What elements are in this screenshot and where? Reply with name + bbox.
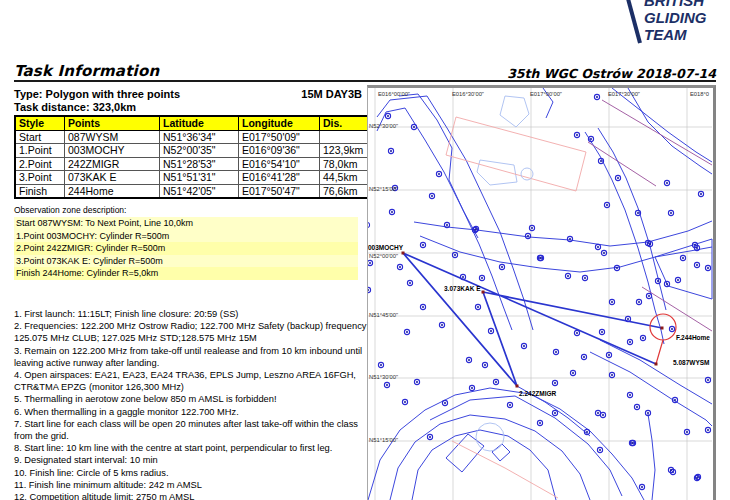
table-cell: 78,0km xyxy=(320,157,373,171)
waypoint-dot-core xyxy=(631,442,633,444)
waypoint-dot-core xyxy=(484,364,486,366)
waypoint-dot-core xyxy=(390,150,392,152)
note-line: 6. When thermalling in a gaggle monitor … xyxy=(14,406,372,418)
table-cell: 2.Point xyxy=(15,157,65,171)
waypoint-dot-core xyxy=(666,283,668,285)
col-header-latitude: Latitude xyxy=(160,116,239,130)
waypoint-dot-core xyxy=(554,412,556,414)
waypoint-dot-core xyxy=(597,246,599,248)
observation-title: Observation zone description: xyxy=(14,205,358,215)
waypoint-dot-core xyxy=(602,414,604,416)
observation-zone-line: 2.Point 242ZMIGR: Cylinder R=500m xyxy=(14,242,358,255)
note-line: 4. Open airspaces: EA21, EA23, EA24 TRA3… xyxy=(14,369,372,393)
table-cell: 244Home xyxy=(65,184,160,198)
airspace-boundary-pale xyxy=(500,96,529,127)
waypoint-dot-core xyxy=(606,204,608,206)
waypoint-dot-core xyxy=(686,431,688,433)
table-cell: N51°36'34" xyxy=(160,130,239,144)
table-cell: N51°51'31" xyxy=(160,171,239,185)
start-finish-link-line xyxy=(656,340,663,364)
note-line: 2. Frequencies: 122.200 MHz Ostrow Radio… xyxy=(14,320,372,344)
airspace-boundary-blue xyxy=(390,415,590,500)
airspace-boundary-blue xyxy=(420,236,712,272)
table-cell: Finish xyxy=(15,184,65,198)
table-row: Finish244HomeN51°42'05"E017°50'47"76,6km… xyxy=(15,184,408,198)
task-point-marker xyxy=(655,363,658,366)
waypoint-dot-core xyxy=(523,345,525,347)
task-map-svg: 003MOCHY3.073KAK E2.242ZMIGRF.244Home5.0… xyxy=(368,88,713,500)
waypoint-dot-core xyxy=(380,364,382,366)
waypoint-dot-core xyxy=(387,115,389,117)
waypoint-dot-core xyxy=(481,277,483,279)
note-line: 12. Competition altitude limit: 2750 m A… xyxy=(14,491,372,500)
waypoint-dot-core xyxy=(637,212,639,214)
waypoint-dot-core xyxy=(608,354,610,356)
waypoint-dot-core xyxy=(599,449,601,451)
table-cell: 003MOCHY xyxy=(65,144,160,158)
waypoint-dot-core xyxy=(616,267,618,269)
airspace-boundary-blue xyxy=(412,430,556,500)
table-header-row: StylePointsLatitudeLongitudeDis.Crs. xyxy=(15,116,408,130)
task-notes: 1. First launch: 11:15LT; Finish line cl… xyxy=(14,308,372,500)
airspace-boundary-purple xyxy=(602,100,712,165)
airspace-boundary-blue xyxy=(414,221,712,246)
note-line: 8. Start line: 10 km line with the centr… xyxy=(14,442,372,454)
waypoint-dot-core xyxy=(422,244,424,246)
task-point-marker xyxy=(661,327,664,330)
waypoint-dot-core xyxy=(700,193,702,195)
waypoint-dot-core xyxy=(648,295,650,297)
airspace-boundary-blue xyxy=(399,94,478,238)
task-leg-lines xyxy=(403,253,662,386)
task-type: Type: Polygon with three points xyxy=(14,88,180,100)
table-cell: Start xyxy=(15,130,65,144)
waypoint-dot-core xyxy=(707,429,709,431)
observation-zone-line: 3.Point 073KAK E: Cylinder R=500m xyxy=(14,255,358,268)
waypoint-dot-core xyxy=(540,257,542,259)
waypoint-dot-core xyxy=(416,381,418,383)
task-distance: Task distance: 323,0km xyxy=(14,101,136,113)
waypoint-dot-core xyxy=(471,387,473,389)
airspace-boundary-blue xyxy=(430,396,622,496)
observation-zone-line: 1.Point 003MOCHY: Cylinder R=500m xyxy=(14,230,358,243)
latitude-label: N51°30'00" xyxy=(369,374,398,380)
airspace-boundary-blue xyxy=(600,340,712,404)
airspace-boundary-purple xyxy=(642,287,712,331)
waypoint-dot-core xyxy=(677,279,679,281)
waypoint-dot-core xyxy=(527,235,529,237)
waypoint-dot-core xyxy=(413,126,415,128)
waypoint-dot-core xyxy=(641,486,643,488)
waypoint-dot-core xyxy=(682,257,684,259)
table-cell: 76,6km xyxy=(320,184,373,198)
logo-slash-icon xyxy=(627,0,640,43)
waypoint-dot-core xyxy=(670,212,672,214)
col-header-points: Points xyxy=(65,116,160,130)
longitude-label: E018°0 xyxy=(690,91,709,97)
longitude-label: E016°30'00" xyxy=(452,91,484,97)
waypoint-dot-core xyxy=(638,301,640,303)
airspace-boundary-blue xyxy=(655,239,712,299)
waypoint-dot-core xyxy=(422,306,424,308)
task-point-label: 003MOCHY xyxy=(368,244,404,251)
waypoint-dot-core xyxy=(454,254,456,256)
waypoint-dot-core xyxy=(444,402,446,404)
waypoint-dot-core xyxy=(671,328,673,330)
table-cell: E016°41'28" xyxy=(239,171,320,185)
waypoint-dot-core xyxy=(495,381,497,383)
logo-line3: TEAM xyxy=(644,26,687,43)
col-header-dis: Dis. xyxy=(320,116,373,130)
airspace-boundary-blue xyxy=(628,88,712,174)
task-point-marker xyxy=(402,252,405,255)
table-cell: N51°42'05" xyxy=(160,184,239,198)
waypoint-dot-core xyxy=(666,182,668,184)
waypoint-dot-core xyxy=(429,436,431,438)
latitude-label: N51°15'00" xyxy=(369,437,398,443)
waypoint-dot-core xyxy=(601,331,603,333)
longitude-label: E017°00'00" xyxy=(530,91,562,97)
waypoint-dot-core xyxy=(657,280,659,282)
waypoint-dot-core xyxy=(462,276,464,278)
waypoint-dot-core xyxy=(569,238,571,240)
table-cell: 073KAK E xyxy=(65,171,160,185)
airspace-boundary-pale xyxy=(477,160,517,185)
airspace-boundary-blue xyxy=(492,444,510,461)
waypoint-dot-core xyxy=(642,337,644,339)
